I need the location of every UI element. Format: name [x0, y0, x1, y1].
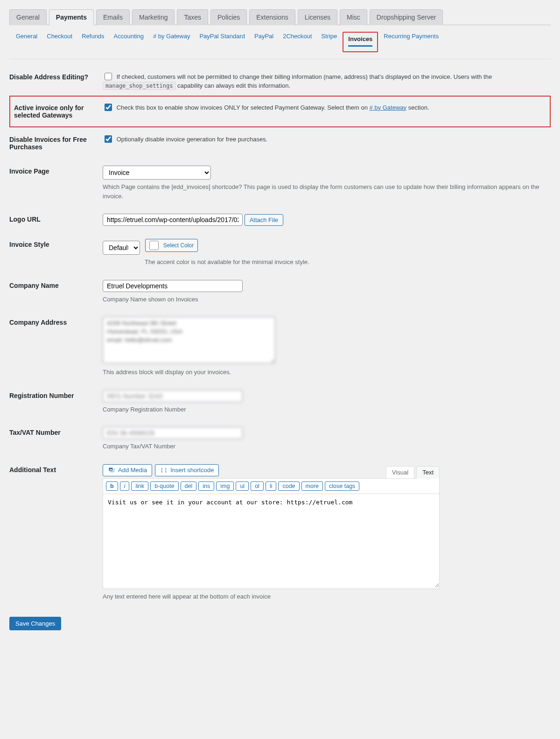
- desc-tax-vat: Company Tax/VAT Number: [103, 442, 546, 451]
- subnav-paypal[interactable]: PayPal: [250, 32, 278, 52]
- row-invoice-page: Invoice Page Invoice Which Page contains…: [9, 159, 551, 207]
- input-logo-url[interactable]: [103, 214, 243, 226]
- tabs-primary: GeneralPaymentsEmailsMarketingTaxesPolic…: [9, 9, 551, 25]
- qt-more[interactable]: more: [301, 481, 323, 491]
- desc-company-address: This address block will display on your …: [103, 368, 546, 377]
- desc-company-name: Company Name shown on Invoices: [103, 295, 546, 304]
- desc-disable-free: Optionally disable invoice generation fo…: [117, 136, 268, 143]
- editor-tab-text[interactable]: Text: [416, 466, 440, 479]
- shortcode-icon: [160, 467, 168, 474]
- label-invoice-style: Invoice Style: [9, 232, 103, 273]
- select-invoice-style[interactable]: Default: [103, 241, 140, 255]
- input-tax-vat[interactable]: [103, 427, 243, 439]
- tab-dropshipping-server[interactable]: Dropshipping Server: [370, 9, 443, 25]
- editor-tab-visual[interactable]: Visual: [386, 466, 414, 479]
- tab-taxes[interactable]: Taxes: [177, 9, 208, 25]
- desc-active-invoice: Check this box to enable show invoices O…: [117, 104, 429, 111]
- select-invoice-page[interactable]: Invoice: [103, 166, 211, 180]
- tab-extensions[interactable]: Extensions: [249, 9, 295, 25]
- attach-file-button[interactable]: Attach File: [245, 214, 283, 226]
- tab-licenses[interactable]: Licenses: [298, 9, 337, 25]
- tab-misc[interactable]: Misc: [340, 9, 367, 25]
- row-tax-vat: Tax/VAT Number Company Tax/VAT Number: [9, 420, 551, 458]
- select-color-button[interactable]: Select Color: [145, 239, 198, 252]
- subnav-accounting[interactable]: Accounting: [109, 32, 148, 52]
- settings-form: Disable Address Editing? If checked, cus…: [9, 65, 551, 607]
- label-registration-number: Registration Number: [9, 383, 103, 421]
- qt-ins[interactable]: ins: [198, 481, 214, 491]
- quicktags-toolbar: bilinkb-quotedelinsimgulollicodemoreclos…: [103, 479, 439, 494]
- label-tax-vat: Tax/VAT Number: [9, 420, 103, 458]
- row-company-address: Company Address 4208 Northeast 9th Stree…: [9, 310, 551, 383]
- media-icon: [108, 467, 115, 474]
- row-additional-text: Additional Text Add Media Insert shortco…: [9, 458, 551, 608]
- editor-wrap: bilinkb-quotedelinsimgulollicodemoreclos…: [103, 478, 440, 589]
- row-logo-url: Logo URL Attach File: [9, 207, 551, 232]
- label-additional-text: Additional Text: [9, 458, 103, 608]
- tab-emails[interactable]: Emails: [96, 9, 130, 25]
- label-disable-address: Disable Address Editing?: [9, 65, 103, 96]
- checkbox-active-invoice[interactable]: [105, 104, 112, 111]
- qt-li[interactable]: li: [266, 481, 277, 491]
- desc-invoice-style: The accent color is not available for th…: [145, 258, 546, 267]
- label-company-address: Company Address: [9, 310, 103, 383]
- label-disable-free: Disable Invoices for Free Purchases: [9, 127, 103, 159]
- subnav-general[interactable]: General: [11, 32, 42, 52]
- subnav-invoices[interactable]: Invoices: [348, 35, 372, 42]
- checkbox-disable-free[interactable]: [105, 135, 112, 143]
- qt-b[interactable]: b: [106, 481, 118, 491]
- subnav--by-gateway[interactable]: # by Gateway: [148, 32, 195, 52]
- textarea-company-address[interactable]: 4208 Northeast 9th Street Homestead, FL …: [103, 317, 275, 363]
- qt-img[interactable]: img: [216, 481, 234, 491]
- subnav-paypal-standard[interactable]: PayPal Standard: [195, 32, 250, 52]
- color-swatch-icon: [149, 241, 159, 250]
- row-active-invoice: Active invoice only for selected Gateway…: [9, 96, 551, 127]
- qt-i[interactable]: i: [120, 481, 130, 491]
- qt-b-quote[interactable]: b-quote: [150, 481, 178, 491]
- row-invoice-style: Invoice Style Default Select Color The a…: [9, 232, 551, 273]
- textarea-additional-text[interactable]: Visit us or see it in your account at ou…: [103, 494, 439, 587]
- tab-marketing[interactable]: Marketing: [132, 9, 175, 25]
- row-disable-address: Disable Address Editing? If checked, cus…: [9, 65, 551, 96]
- label-logo-url: Logo URL: [9, 207, 103, 232]
- qt-del[interactable]: del: [181, 481, 197, 491]
- qt-link[interactable]: link: [131, 481, 148, 491]
- desc-additional-text: Any text entered here will appear at the…: [103, 592, 440, 601]
- tab-general[interactable]: General: [9, 9, 47, 25]
- row-registration-number: Registration Number Company Registration…: [9, 383, 551, 421]
- subnav-recurring-payments[interactable]: Recurring Payments: [379, 32, 443, 52]
- tab-payments[interactable]: Payments: [49, 9, 94, 25]
- checkbox-disable-address[interactable]: [105, 73, 112, 80]
- label-invoice-page: Invoice Page: [9, 159, 103, 207]
- desc-registration-number: Company Registration Number: [103, 405, 546, 414]
- subnav-highlight: Invoices: [343, 32, 378, 52]
- tab-policies[interactable]: Policies: [210, 9, 247, 25]
- link-by-gateway[interactable]: # by Gateway: [370, 104, 407, 111]
- subnav-stripe[interactable]: Stripe: [316, 32, 342, 52]
- code-capability: manage_shop_settings: [103, 82, 176, 90]
- label-company-name: Company Name: [9, 273, 103, 311]
- qt-close-tags[interactable]: close tags: [325, 481, 359, 491]
- label-active-invoice: Active invoice only for selected Gateway…: [9, 96, 103, 127]
- save-changes-button[interactable]: Save Changes: [9, 617, 61, 630]
- row-company-name: Company Name Company Name shown on Invoi…: [9, 273, 551, 311]
- qt-ul[interactable]: ul: [236, 481, 249, 491]
- subnav-checkout[interactable]: Checkout: [42, 32, 77, 52]
- input-registration-number[interactable]: [103, 390, 243, 402]
- desc-invoice-page: Which Page contains the [edd_invoices] s…: [103, 182, 546, 201]
- desc-disable-address: If checked, customers will not be permit…: [103, 73, 492, 90]
- subnav-2checkout[interactable]: 2Checkout: [278, 32, 316, 52]
- row-disable-free: Disable Invoices for Free Purchases Opti…: [9, 127, 551, 159]
- add-media-button[interactable]: Add Media: [103, 464, 152, 476]
- qt-code[interactable]: code: [278, 481, 299, 491]
- input-company-name[interactable]: [103, 280, 243, 292]
- insert-shortcode-button[interactable]: Insert shortcode: [155, 464, 219, 476]
- qt-ol[interactable]: ol: [251, 481, 264, 491]
- subnav-refunds[interactable]: Refunds: [77, 32, 109, 52]
- subnav: GeneralCheckoutRefundsAccounting# by Gat…: [9, 25, 551, 59]
